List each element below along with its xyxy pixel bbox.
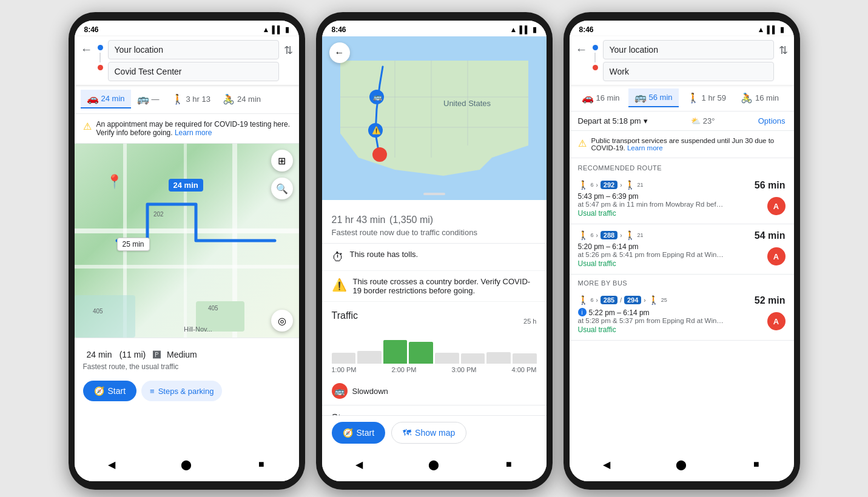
phone-2: 8:46 ▲ ▌▌ ▮ bbox=[316, 12, 553, 490]
phone-3-screen: 8:46 ▲ ▌▌ ▮ ← ⇅ 🚗 16 bbox=[570, 21, 794, 481]
border-info-row: ⚠️ This route crosses a country border. … bbox=[322, 271, 547, 302]
bar-7 bbox=[486, 352, 511, 364]
route-card-more[interactable]: 🚶 6 › 285 / 294 › 🚶 25 i 5:22 pm – 6:14 … bbox=[570, 289, 794, 341]
search-bar-1: ← ⇅ bbox=[75, 36, 299, 85]
options-button[interactable]: Options bbox=[758, 116, 786, 125]
tab-walk-1[interactable]: 🚶 3 hr 13 bbox=[166, 90, 217, 108]
temperature: 23° bbox=[703, 116, 715, 125]
route-1-icons: 🚶 6 › 292 › 🚶 21 bbox=[578, 180, 755, 190]
svg-text:405: 405 bbox=[208, 305, 218, 312]
route-card-1-right: 56 min A bbox=[755, 180, 786, 215]
origin-input-1[interactable] bbox=[108, 40, 279, 59]
border-icon: ⚠️ bbox=[332, 278, 347, 292]
home-nav-3[interactable]: ⬤ bbox=[673, 456, 690, 473]
route-card-1[interactable]: 🚶 6 › 292 › 🚶 21 5:43 pm – 6:39 pm at 5:… bbox=[570, 174, 794, 224]
route-2-time: 54 min bbox=[755, 230, 786, 241]
recents-nav-1[interactable]: ■ bbox=[253, 456, 270, 473]
chevron-4: › bbox=[620, 232, 622, 239]
walk-sub-more: 6 bbox=[591, 297, 594, 303]
status-icons-1: ▲ ▌▌ ▮ bbox=[263, 25, 289, 34]
status-bar-3: 8:46 ▲ ▌▌ ▮ bbox=[570, 21, 794, 36]
phone-3: 8:46 ▲ ▌▌ ▮ ← ⇅ 🚗 16 bbox=[564, 12, 800, 490]
dest-dot-3 bbox=[593, 65, 598, 70]
recents-nav-2[interactable]: ■ bbox=[500, 456, 517, 473]
location-button-1[interactable]: ◎ bbox=[271, 310, 293, 332]
search-fields-3 bbox=[603, 40, 774, 81]
route-card-2[interactable]: 🚶 6 › 288 › 🚶 21 5:20 pm – 6:14 pm at 5:… bbox=[570, 224, 794, 275]
swap-button-3[interactable]: ⇅ bbox=[779, 44, 788, 57]
tab-bike-3[interactable]: 🚴 16 min bbox=[735, 88, 785, 107]
tab-car-3[interactable]: 🚗 16 min bbox=[576, 88, 626, 107]
back-button-1[interactable]: ← bbox=[81, 42, 93, 56]
route-line-3 bbox=[594, 53, 596, 62]
svg-text:Hill-Nov...: Hill-Nov... bbox=[184, 325, 212, 333]
more-route-info-row: i 5:22 pm – 6:14 pm bbox=[578, 307, 755, 317]
start-button-2[interactable]: 🧭 Start bbox=[332, 422, 386, 444]
layers-button-1[interactable]: ⊞ bbox=[271, 150, 293, 172]
more-bus-label: MORE BY BUS bbox=[570, 275, 794, 289]
warning-box-1: ⚠ An appointment may be required for COV… bbox=[75, 114, 299, 144]
wifi-icon: ▲ bbox=[263, 25, 270, 34]
route-summary-1: 24 min (11 mi) 🅿 Medium Fastest route, t… bbox=[75, 338, 299, 376]
route-card-2-right: 54 min A bbox=[755, 230, 786, 265]
back-nav-3[interactable]: ◀ bbox=[598, 456, 615, 473]
steps-parking-button-1[interactable]: ≡ Steps & parking bbox=[141, 381, 222, 401]
signal-icon: ▌▌ bbox=[272, 25, 282, 34]
weather-icon: ⛅ bbox=[691, 116, 701, 125]
walk-sub2-1: 21 bbox=[638, 182, 644, 188]
depart-button[interactable]: Depart at 5:18 pm ▾ bbox=[578, 116, 648, 125]
bus-badge-more-1: 285 bbox=[601, 296, 617, 304]
home-nav-2[interactable]: ⬤ bbox=[425, 456, 442, 473]
route-avatar-1: A bbox=[767, 197, 786, 215]
tab-bike-1[interactable]: 🚴 24 min bbox=[217, 90, 267, 108]
search-button-1[interactable]: 🔍 bbox=[271, 178, 293, 199]
nav-bar-1: ◀ ⬤ ■ bbox=[75, 450, 299, 481]
route-time-display-1: 24 min (11 mi) 🅿 Medium bbox=[83, 345, 291, 361]
usual-traffic-more: Usual traffic bbox=[578, 325, 755, 334]
dest-input-3[interactable] bbox=[603, 62, 774, 81]
walk-sub2-2: 21 bbox=[638, 232, 644, 238]
wifi-icon-2: ▲ bbox=[510, 25, 517, 34]
bar-8 bbox=[513, 353, 537, 364]
learn-more-3[interactable]: Learn more bbox=[627, 144, 663, 152]
tab-walk-3[interactable]: 🚶 1 hr 59 bbox=[681, 88, 732, 107]
tab-transit-3[interactable]: 🚌 56 min bbox=[628, 88, 679, 107]
back-button-2[interactable]: ← bbox=[329, 42, 350, 63]
recents-nav-3[interactable]: ■ bbox=[748, 456, 765, 473]
route-card-more-right: 52 min A bbox=[755, 295, 786, 330]
route-dots-3 bbox=[593, 45, 598, 70]
svg-text:United States: United States bbox=[443, 99, 491, 108]
swap-button-1[interactable]: ⇅ bbox=[284, 44, 293, 57]
bus-badge-more-2: 294 bbox=[624, 296, 641, 304]
back-nav-1[interactable]: ◀ bbox=[103, 456, 120, 473]
transit-icon-3: 🚌 bbox=[634, 92, 647, 103]
p2-route-header: 21 hr 43 min (1,350 mi) Fastest route no… bbox=[322, 200, 547, 244]
learn-more-1[interactable]: Learn more bbox=[175, 128, 212, 137]
action-buttons-1: 🧭 Start ≡ Steps & parking bbox=[75, 376, 299, 407]
weather-info: ⛅ 23° bbox=[691, 116, 715, 125]
time-2: 8:46 bbox=[332, 25, 346, 34]
tab-transit-1[interactable]: 🚌 — bbox=[131, 90, 166, 108]
svg-text:🚌: 🚌 bbox=[373, 92, 382, 101]
walk-end-1: 🚶 bbox=[625, 180, 635, 190]
back-nav-2[interactable]: ◀ bbox=[351, 456, 368, 473]
back-button-3[interactable]: ← bbox=[576, 42, 588, 56]
traffic-time-labels: 1:00 PM 2:00 PM 3:00 PM 4:00 PM bbox=[332, 366, 537, 373]
origin-input-3[interactable] bbox=[603, 40, 774, 59]
phone-1-screen: 8:46 ▲ ▌▌ ▮ ← ⇅ 🚗 24 bbox=[75, 21, 299, 481]
signal-icon-2: ▌▌ bbox=[519, 25, 530, 34]
home-nav-1[interactable]: ⬤ bbox=[178, 456, 195, 473]
bar-6 bbox=[461, 353, 485, 364]
bike-icon-1: 🚴 bbox=[223, 93, 235, 105]
bar-1 bbox=[332, 353, 356, 364]
p2-fastest-text: Fastest route now due to traffic conditi… bbox=[332, 228, 537, 237]
bar-5 bbox=[435, 353, 459, 364]
start-button-1[interactable]: 🧭 Start bbox=[83, 381, 137, 401]
tab-car-label-1: 24 min bbox=[101, 94, 125, 103]
battery-icon-2: ▮ bbox=[533, 25, 537, 34]
tab-car-1[interactable]: 🚗 24 min bbox=[81, 90, 131, 108]
show-map-button[interactable]: 🗺 Show map bbox=[391, 422, 466, 444]
dest-input-1[interactable] bbox=[108, 62, 279, 81]
slowdown-row: 🚌 Slowdown bbox=[322, 379, 547, 405]
route-time-range-2: 5:20 pm – 6:14 pm bbox=[578, 242, 755, 251]
